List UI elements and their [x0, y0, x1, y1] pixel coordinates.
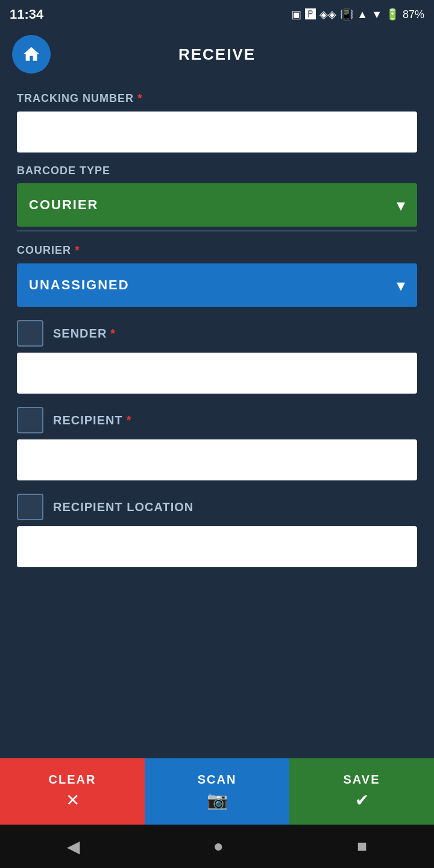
parking-icon: 🅿 [305, 8, 316, 21]
sender-input[interactable] [17, 353, 417, 394]
courier-arrow-icon: ▾ [397, 275, 405, 295]
vibrate-icon: 📳 [340, 8, 353, 21]
recipient-location-input[interactable] [17, 526, 417, 567]
recipient-row: RECIPIENT * [17, 407, 417, 433]
scan-button[interactable]: SCAN 📷 [145, 758, 289, 825]
divider-1 [17, 230, 417, 231]
sender-required: * [110, 327, 116, 341]
barcode-type-label: BARCODE TYPE [17, 165, 417, 177]
header: RECEIVE [0, 29, 434, 80]
battery-icon: 🔋 [386, 8, 399, 21]
page-title: RECEIVE [51, 45, 383, 64]
barcode-type-value: COURIER [29, 197, 98, 213]
cast-icon: ◈◈ [319, 8, 336, 21]
system-nav-bar: ◀ ● ■ [0, 825, 434, 868]
home-button[interactable] [12, 35, 51, 74]
sender-label: SENDER * [53, 327, 116, 341]
courier-value: UNASSIGNED [29, 277, 130, 293]
form-content: TRACKING NUMBER * BARCODE TYPE COURIER ▾… [0, 80, 434, 868]
home-nav-button[interactable]: ● [213, 837, 224, 856]
recipient-location-checkbox[interactable] [17, 494, 43, 520]
signal-icon: ▼ [371, 8, 382, 21]
back-button[interactable]: ◀ [67, 837, 80, 857]
recents-button[interactable]: ■ [357, 837, 367, 856]
clear-label: CLEAR [49, 773, 96, 787]
bottom-action-bar: CLEAR ✕ SCAN 📷 SAVE ✔ [0, 758, 434, 825]
recipient-location-label: RECIPIENT LOCATION [53, 500, 193, 514]
recipient-label: RECIPIENT * [53, 414, 131, 427]
save-label: SAVE [344, 773, 380, 787]
home-icon [22, 45, 41, 64]
screen-icon: ▣ [291, 8, 301, 21]
camera-icon: 📷 [207, 790, 228, 810]
clear-button[interactable]: CLEAR ✕ [0, 758, 145, 825]
tracking-number-required: * [137, 92, 143, 105]
clear-icon: ✕ [66, 790, 80, 810]
courier-required: * [75, 244, 80, 257]
courier-dropdown[interactable]: UNASSIGNED ▾ [17, 263, 417, 307]
save-button[interactable]: SAVE ✔ [289, 758, 434, 825]
courier-label: COURIER * [17, 244, 417, 257]
wifi-icon: ▲ [357, 8, 368, 21]
tracking-number-label: TRACKING NUMBER * [17, 92, 417, 105]
status-time: 11:34 [10, 7, 43, 22]
status-icons: ▣ 🅿 ◈◈ 📳 ▲ ▼ 🔋 87% [291, 8, 424, 21]
recipient-checkbox[interactable] [17, 407, 43, 433]
tracking-number-input[interactable] [17, 112, 417, 153]
recipient-input[interactable] [17, 439, 417, 480]
barcode-type-dropdown[interactable]: COURIER ▾ [17, 183, 417, 227]
sender-row: SENDER * [17, 320, 417, 347]
recipient-required: * [127, 414, 132, 427]
recipient-location-row: RECIPIENT LOCATION [17, 494, 417, 520]
barcode-type-arrow-icon: ▾ [397, 195, 405, 215]
status-bar: 11:34 ▣ 🅿 ◈◈ 📳 ▲ ▼ 🔋 87% [0, 0, 434, 29]
sender-checkbox[interactable] [17, 320, 43, 347]
battery-percent: 87% [403, 8, 424, 21]
scan-label: SCAN [198, 773, 237, 787]
checkmark-icon: ✔ [355, 790, 369, 810]
